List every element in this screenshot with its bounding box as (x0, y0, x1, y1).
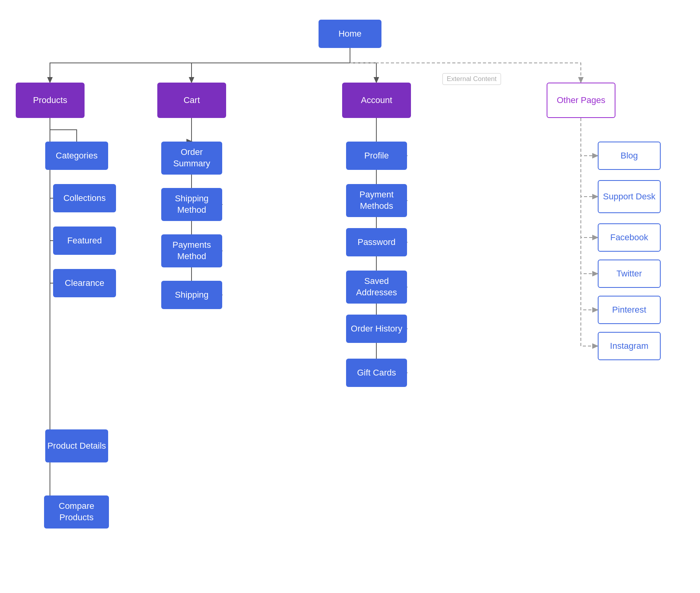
support-desk-label: Support Desk (603, 191, 655, 203)
clearance-node: Clearance (53, 269, 116, 297)
shipping-method-label: Shipping Method (161, 193, 222, 215)
shipping-node: Shipping (161, 281, 222, 309)
twitter-label: Twitter (617, 268, 642, 280)
gift-cards-label: Gift Cards (357, 367, 396, 379)
products-node: Products (16, 83, 85, 118)
profile-node: Profile (346, 142, 407, 170)
password-label: Password (357, 237, 396, 248)
blog-node: Blog (598, 142, 661, 170)
saved-addresses-label: Saved Addresses (346, 276, 407, 298)
order-history-node: Order History (346, 315, 407, 343)
profile-label: Profile (364, 150, 389, 162)
shipping-label: Shipping (175, 289, 209, 301)
shipping-method-node: Shipping Method (161, 188, 222, 221)
svg-marker-1 (0, 0, 3, 3)
pinterest-node: Pinterest (598, 296, 661, 324)
product-details-label: Product Details (47, 440, 106, 452)
blog-label: Blog (621, 150, 638, 162)
compare-products-node: Compare Products (44, 495, 109, 529)
order-summary-node: Order Summary (161, 142, 222, 175)
order-summary-label: Order Summary (161, 147, 222, 169)
collections-node: Collections (53, 184, 116, 212)
home-label: Home (339, 28, 362, 40)
product-details-node: Product Details (45, 429, 108, 462)
other-pages-node: Other Pages (547, 83, 615, 118)
payments-method-node: Payments Method (161, 234, 222, 267)
featured-label: Featured (67, 235, 102, 247)
account-node: Account (342, 83, 411, 118)
external-content-label: External Content (442, 73, 501, 85)
sitemap-diagram: Home Products Cart Account Other Pages E… (0, 0, 700, 593)
payments-method-label: Payments Method (161, 239, 222, 262)
payment-methods-node: Payment Methods (346, 184, 407, 217)
svg-marker-0 (0, 0, 3, 3)
payment-methods-label: Payment Methods (346, 189, 407, 212)
other-pages-label: Other Pages (557, 95, 606, 106)
pinterest-label: Pinterest (612, 304, 647, 316)
categories-node: Categories (45, 142, 108, 170)
account-label: Account (361, 95, 392, 106)
password-node: Password (346, 228, 407, 256)
cart-label: Cart (184, 95, 200, 106)
order-history-label: Order History (351, 323, 402, 335)
instagram-label: Instagram (610, 341, 648, 352)
support-desk-node: Support Desk (598, 180, 661, 213)
facebook-node: Facebook (598, 223, 661, 252)
compare-products-label: Compare Products (44, 501, 109, 523)
saved-addresses-node: Saved Addresses (346, 271, 407, 304)
products-label: Products (33, 95, 67, 106)
collections-label: Collections (63, 193, 106, 204)
categories-label: Categories (56, 150, 98, 162)
home-node: Home (319, 20, 381, 48)
twitter-node: Twitter (598, 260, 661, 288)
facebook-label: Facebook (610, 232, 648, 243)
instagram-node: Instagram (598, 332, 661, 360)
cart-node: Cart (157, 83, 226, 118)
featured-node: Featured (53, 227, 116, 255)
clearance-label: Clearance (65, 278, 104, 289)
gift-cards-node: Gift Cards (346, 359, 407, 387)
